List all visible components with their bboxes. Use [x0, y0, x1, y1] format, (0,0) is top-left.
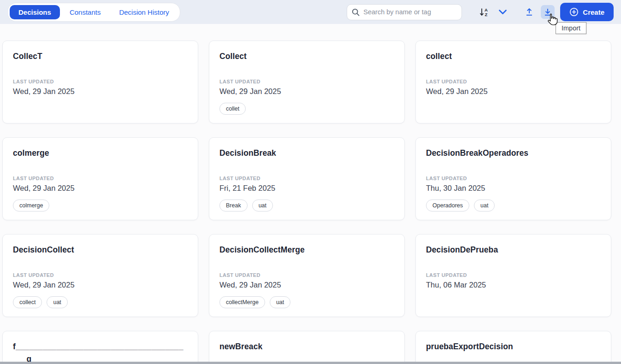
decision-card[interactable]: DecisionBreakLAST UPDATEDFri, 21 Feb 202… — [209, 137, 405, 220]
tag-pill[interactable]: collect — [13, 296, 42, 308]
decision-card[interactable]: DecisionCollectMergeLAST UPDATEDWed, 29 … — [209, 234, 405, 317]
sort-az-icon: A Z — [479, 7, 489, 17]
last-updated-label: LAST UPDATED — [219, 79, 394, 84]
chevron-down-icon — [498, 9, 507, 15]
decision-title: DecisionCollectMerge — [219, 244, 394, 256]
last-updated-block: LAST UPDATEDWed, 29 Jan 2025 — [219, 272, 394, 289]
sort-options-button[interactable] — [496, 7, 509, 17]
tag-list: Operadoresuat — [426, 200, 495, 211]
decision-title: DecisionBreak — [219, 147, 394, 159]
last-updated-label: LAST UPDATED — [219, 176, 394, 181]
decision-card[interactable]: DecisionCollectLAST UPDATEDWed, 29 Jan 2… — [2, 234, 198, 317]
last-updated-label: LAST UPDATED — [426, 272, 601, 278]
import-tooltip: Import — [556, 22, 586, 34]
decision-card[interactable]: collectLAST UPDATEDWed, 29 Jan 2025 — [415, 41, 611, 123]
tab-group: Decisions Constants Decision History — [7, 3, 180, 22]
last-updated-block: LAST UPDATEDWed, 29 Jan 2025 — [13, 79, 188, 96]
toolbar-actions: A Z — [347, 3, 614, 21]
last-updated-date: Wed, 29 Jan 2025 — [13, 281, 188, 289]
last-updated-block: LAST UPDATEDThu, 30 Jan 2025 — [426, 176, 601, 193]
last-updated-date: Wed, 29 Jan 2025 — [13, 184, 188, 193]
decision-card[interactable]: f_______________________________________… — [2, 331, 198, 364]
decision-title: newBreack — [219, 341, 394, 353]
last-updated-date: Wed, 29 Jan 2025 — [426, 87, 601, 96]
last-updated-block: LAST UPDATEDFri, 21 Feb 2025 — [219, 176, 394, 193]
decision-title: pruebaExportDecision — [426, 341, 601, 353]
tab-constants[interactable]: Constants — [61, 5, 110, 19]
tag-list: collet — [219, 103, 246, 115]
last-updated-label: LAST UPDATED — [13, 176, 188, 181]
svg-text:A: A — [485, 7, 488, 12]
horizontal-scrollbar[interactable] — [0, 362, 621, 364]
circle-plus-icon — [569, 7, 579, 17]
tag-list: Breakuat — [219, 200, 273, 211]
last-updated-date: Wed, 29 Jan 2025 — [219, 281, 394, 289]
tag-pill[interactable]: Operadores — [426, 200, 469, 211]
last-updated-block: LAST UPDATEDWed, 29 Jan 2025 — [219, 79, 394, 96]
create-button-label: Create — [583, 8, 604, 16]
last-updated-date: Wed, 29 Jan 2025 — [13, 87, 188, 96]
tab-decision-history[interactable]: Decision History — [110, 5, 177, 19]
last-updated-block: LAST UPDATEDWed, 29 Jan 2025 — [13, 272, 188, 289]
tag-pill[interactable]: uat — [47, 296, 67, 308]
decision-card[interactable]: newBreack — [209, 331, 405, 364]
tab-decisions[interactable]: Decisions — [10, 5, 60, 19]
last-updated-date: Wed, 29 Jan 2025 — [219, 87, 394, 96]
card-grid: CollecTLAST UPDATEDWed, 29 Jan 2025Colle… — [0, 41, 621, 364]
tag-pill[interactable]: colmerge — [13, 200, 49, 211]
last-updated-date: Thu, 30 Jan 2025 — [426, 184, 601, 193]
decision-title: CollecT — [13, 50, 188, 63]
last-updated-label: LAST UPDATED — [13, 79, 188, 84]
upload-icon — [525, 7, 534, 17]
decision-card[interactable]: CollecTLAST UPDATEDWed, 29 Jan 2025 — [2, 41, 198, 123]
last-updated-label: LAST UPDATED — [426, 176, 601, 181]
decision-title: colmerge — [13, 147, 188, 159]
tag-pill[interactable]: uat — [252, 200, 273, 211]
decision-title: Collect — [219, 50, 394, 63]
decision-title: DecisionCollect — [13, 244, 188, 256]
create-button[interactable]: Create — [560, 3, 614, 21]
tag-pill[interactable]: Break — [219, 200, 248, 211]
sort-az-button[interactable]: A Z — [477, 5, 491, 19]
svg-text:Z: Z — [485, 12, 488, 17]
last-updated-label: LAST UPDATED — [219, 272, 394, 278]
tag-pill[interactable]: uat — [474, 200, 495, 211]
last-updated-date: Thu, 06 Mar 2025 — [426, 281, 601, 289]
last-updated-block: LAST UPDATEDWed, 29 Jan 2025 — [426, 79, 601, 96]
export-button[interactable] — [522, 5, 536, 19]
tag-pill[interactable]: uat — [270, 296, 290, 308]
decision-title: DecisionDePrueba — [426, 244, 601, 256]
tag-list: colmerge — [13, 200, 49, 211]
search-icon — [352, 8, 360, 16]
last-updated-label: LAST UPDATED — [13, 272, 188, 278]
download-icon — [543, 7, 552, 17]
decision-card[interactable]: DecisionBreakOperadoresLAST UPDATEDThu, … — [415, 137, 611, 220]
tag-pill[interactable]: collectMerge — [219, 296, 265, 308]
tag-list: collectMergeuat — [219, 296, 290, 308]
search-box — [347, 4, 462, 20]
search-input[interactable] — [363, 8, 457, 16]
last-updated-date: Fri, 21 Feb 2025 — [219, 184, 394, 193]
decision-card[interactable]: colmergeLAST UPDATEDWed, 29 Jan 2025colm… — [2, 137, 198, 220]
last-updated-block: LAST UPDATEDWed, 29 Jan 2025 — [13, 176, 188, 193]
last-updated-label: LAST UPDATED — [426, 79, 601, 84]
decision-card[interactable]: DecisionDePruebaLAST UPDATEDThu, 06 Mar … — [415, 234, 611, 317]
tag-pill[interactable]: collet — [219, 103, 246, 115]
decision-card[interactable]: CollectLAST UPDATEDWed, 29 Jan 2025colle… — [209, 41, 405, 123]
last-updated-block: LAST UPDATEDThu, 06 Mar 2025 — [426, 272, 601, 289]
decision-title: f_______________________________________… — [13, 341, 188, 364]
top-toolbar: Decisions Constants Decision History A — [0, 0, 621, 24]
tag-list: collectuat — [13, 296, 68, 308]
decision-title: collect — [426, 50, 601, 63]
decision-card[interactable]: pruebaExportDecision — [415, 331, 611, 364]
decision-title: DecisionBreakOperadores — [426, 147, 601, 159]
import-button[interactable] — [541, 5, 555, 19]
